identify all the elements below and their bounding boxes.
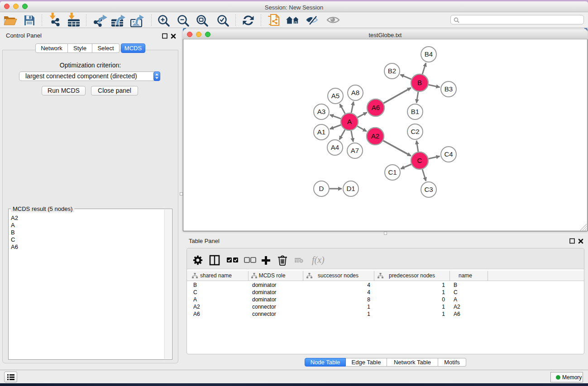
svg-text:A8: A8 — [351, 89, 359, 96]
svg-text:D: D — [319, 185, 324, 192]
svg-text:C2: C2 — [411, 128, 419, 135]
svg-text:A6: A6 — [372, 104, 380, 111]
svg-text:C1: C1 — [388, 168, 397, 176]
svg-text:A: A — [347, 118, 352, 125]
svg-text:f(x): f(x) — [312, 255, 325, 265]
svg-text:C: C — [417, 157, 422, 164]
svg-text:B1: B1 — [411, 108, 419, 115]
svg-text:A5: A5 — [331, 92, 339, 100]
svg-text:B2: B2 — [388, 67, 396, 75]
svg-text:B3: B3 — [445, 85, 453, 93]
svg-text:A1: A1 — [317, 128, 325, 136]
svg-text:C3: C3 — [424, 186, 433, 193]
svg-text:MCDS role: MCDS role — [259, 272, 286, 279]
svg-text:D1: D1 — [346, 185, 355, 192]
svg-text:A2: A2 — [371, 132, 379, 140]
svg-text:B4: B4 — [425, 50, 433, 58]
svg-text:name: name — [459, 272, 472, 279]
svg-text:A7: A7 — [351, 147, 359, 154]
svg-text:C4: C4 — [444, 150, 453, 158]
svg-text:predecessor nodes: predecessor nodes — [389, 272, 435, 279]
svg-text:B: B — [417, 79, 422, 86]
svg-text:A3: A3 — [317, 108, 325, 115]
svg-text:A4: A4 — [331, 143, 339, 151]
svg-text:shared name: shared name — [200, 272, 232, 279]
svg-text:successor nodes: successor nodes — [318, 272, 359, 279]
